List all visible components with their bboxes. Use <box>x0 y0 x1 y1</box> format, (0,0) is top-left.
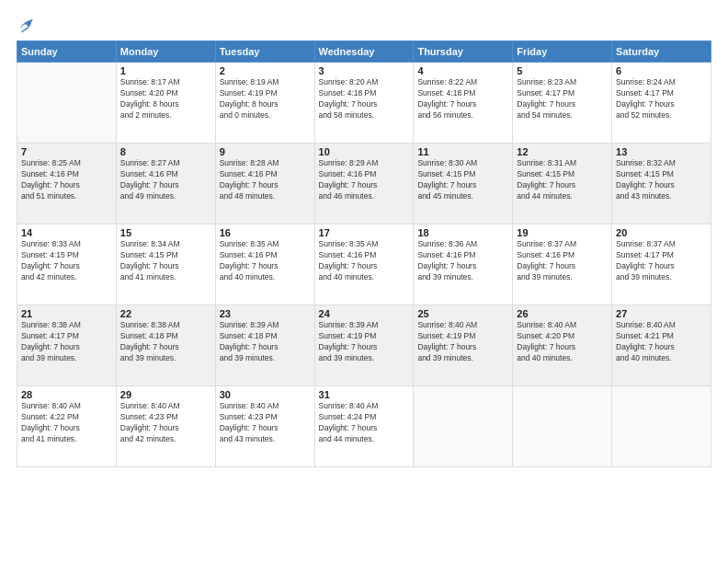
calendar-table: SundayMondayTuesdayWednesdayThursdayFrid… <box>17 40 711 467</box>
calendar-cell: 13Sunrise: 8:32 AM Sunset: 4:15 PM Dayli… <box>612 144 711 224</box>
day-info: Sunrise: 8:40 AM Sunset: 4:21 PM Dayligh… <box>616 320 707 364</box>
day-number: 16 <box>220 227 311 238</box>
calendar-cell: 11Sunrise: 8:30 AM Sunset: 4:15 PM Dayli… <box>414 144 513 224</box>
calendar-cell: 12Sunrise: 8:31 AM Sunset: 4:15 PM Dayli… <box>513 144 612 224</box>
day-info: Sunrise: 8:29 AM Sunset: 4:16 PM Dayligh… <box>319 158 410 202</box>
day-info: Sunrise: 8:40 AM Sunset: 4:23 PM Dayligh… <box>120 401 211 445</box>
weekday-header: Thursday <box>414 41 513 63</box>
day-number: 6 <box>616 65 707 76</box>
calendar-week-row: 1Sunrise: 8:17 AM Sunset: 4:20 PM Daylig… <box>17 63 711 144</box>
weekday-header: Wednesday <box>314 41 414 63</box>
calendar-cell <box>17 63 117 144</box>
calendar-cell: 16Sunrise: 8:35 AM Sunset: 4:16 PM Dayli… <box>215 224 314 305</box>
day-info: Sunrise: 8:17 AM Sunset: 4:20 PM Dayligh… <box>120 77 211 121</box>
day-info: Sunrise: 8:23 AM Sunset: 4:17 PM Dayligh… <box>517 77 608 121</box>
day-number: 22 <box>120 308 211 319</box>
calendar-cell: 23Sunrise: 8:39 AM Sunset: 4:18 PM Dayli… <box>215 305 314 386</box>
calendar-cell: 6Sunrise: 8:24 AM Sunset: 4:17 PM Daylig… <box>612 63 711 144</box>
calendar-cell: 19Sunrise: 8:37 AM Sunset: 4:16 PM Dayli… <box>513 224 612 305</box>
calendar-cell: 21Sunrise: 8:38 AM Sunset: 4:17 PM Dayli… <box>17 305 117 386</box>
header <box>17 17 711 33</box>
weekday-header: Friday <box>513 41 612 63</box>
day-number: 5 <box>517 65 608 76</box>
day-number: 4 <box>417 65 508 76</box>
calendar-cell <box>513 386 612 467</box>
day-info: Sunrise: 8:32 AM Sunset: 4:15 PM Dayligh… <box>616 158 707 202</box>
day-info: Sunrise: 8:19 AM Sunset: 4:19 PM Dayligh… <box>220 77 311 121</box>
day-number: 15 <box>120 227 211 238</box>
day-number: 3 <box>319 65 410 76</box>
day-info: Sunrise: 8:27 AM Sunset: 4:16 PM Dayligh… <box>120 158 211 202</box>
day-number: 14 <box>21 227 112 238</box>
page: SundayMondayTuesdayWednesdayThursdayFrid… <box>0 0 728 563</box>
calendar-cell: 25Sunrise: 8:40 AM Sunset: 4:19 PM Dayli… <box>414 305 513 386</box>
day-number: 7 <box>21 146 112 157</box>
calendar-cell: 31Sunrise: 8:40 AM Sunset: 4:24 PM Dayli… <box>314 386 414 467</box>
day-info: Sunrise: 8:38 AM Sunset: 4:17 PM Dayligh… <box>21 320 112 364</box>
day-number: 31 <box>319 389 410 400</box>
calendar-cell: 4Sunrise: 8:22 AM Sunset: 4:18 PM Daylig… <box>414 63 513 144</box>
calendar-week-row: 14Sunrise: 8:33 AM Sunset: 4:15 PM Dayli… <box>17 224 711 305</box>
day-number: 8 <box>120 146 211 157</box>
calendar-cell: 29Sunrise: 8:40 AM Sunset: 4:23 PM Dayli… <box>116 386 215 467</box>
day-number: 18 <box>417 227 508 238</box>
calendar-cell: 5Sunrise: 8:23 AM Sunset: 4:17 PM Daylig… <box>513 63 612 144</box>
day-number: 1 <box>120 65 211 76</box>
day-info: Sunrise: 8:31 AM Sunset: 4:15 PM Dayligh… <box>517 158 608 202</box>
day-number: 11 <box>417 146 508 157</box>
day-number: 23 <box>220 308 311 319</box>
day-info: Sunrise: 8:28 AM Sunset: 4:16 PM Dayligh… <box>220 158 311 202</box>
calendar-cell: 10Sunrise: 8:29 AM Sunset: 4:16 PM Dayli… <box>314 144 414 224</box>
weekday-header: Saturday <box>612 41 711 63</box>
day-info: Sunrise: 8:33 AM Sunset: 4:15 PM Dayligh… <box>21 239 112 283</box>
calendar-week-row: 21Sunrise: 8:38 AM Sunset: 4:17 PM Dayli… <box>17 305 711 386</box>
day-info: Sunrise: 8:40 AM Sunset: 4:19 PM Dayligh… <box>417 320 508 364</box>
calendar-week-row: 7Sunrise: 8:25 AM Sunset: 4:16 PM Daylig… <box>17 144 711 224</box>
day-info: Sunrise: 8:37 AM Sunset: 4:16 PM Dayligh… <box>517 239 608 283</box>
calendar-cell <box>414 386 513 467</box>
calendar-cell: 18Sunrise: 8:36 AM Sunset: 4:16 PM Dayli… <box>414 224 513 305</box>
day-number: 29 <box>120 389 211 400</box>
day-info: Sunrise: 8:37 AM Sunset: 4:17 PM Dayligh… <box>616 239 707 283</box>
day-number: 19 <box>517 227 608 238</box>
day-number: 30 <box>220 389 311 400</box>
weekday-header-row: SundayMondayTuesdayWednesdayThursdayFrid… <box>17 41 711 63</box>
day-number: 26 <box>517 308 608 319</box>
day-info: Sunrise: 8:22 AM Sunset: 4:18 PM Dayligh… <box>417 77 508 121</box>
calendar-cell: 1Sunrise: 8:17 AM Sunset: 4:20 PM Daylig… <box>116 63 215 144</box>
day-info: Sunrise: 8:20 AM Sunset: 4:18 PM Dayligh… <box>319 77 410 121</box>
day-info: Sunrise: 8:40 AM Sunset: 4:20 PM Dayligh… <box>517 320 608 364</box>
weekday-header: Tuesday <box>215 41 314 63</box>
day-info: Sunrise: 8:35 AM Sunset: 4:16 PM Dayligh… <box>319 239 410 283</box>
day-number: 24 <box>319 308 410 319</box>
day-info: Sunrise: 8:34 AM Sunset: 4:15 PM Dayligh… <box>120 239 211 283</box>
calendar-cell: 17Sunrise: 8:35 AM Sunset: 4:16 PM Dayli… <box>314 224 414 305</box>
calendar-cell: 28Sunrise: 8:40 AM Sunset: 4:22 PM Dayli… <box>17 386 117 467</box>
day-number: 2 <box>220 65 311 76</box>
day-number: 9 <box>220 146 311 157</box>
day-number: 10 <box>319 146 410 157</box>
calendar-cell: 7Sunrise: 8:25 AM Sunset: 4:16 PM Daylig… <box>17 144 117 224</box>
calendar-cell: 24Sunrise: 8:39 AM Sunset: 4:19 PM Dayli… <box>314 305 414 386</box>
day-number: 21 <box>21 308 112 319</box>
day-number: 17 <box>319 227 410 238</box>
weekday-header: Sunday <box>17 41 117 63</box>
day-number: 13 <box>616 146 707 157</box>
calendar-cell: 15Sunrise: 8:34 AM Sunset: 4:15 PM Dayli… <box>116 224 215 305</box>
day-info: Sunrise: 8:24 AM Sunset: 4:17 PM Dayligh… <box>616 77 707 121</box>
day-info: Sunrise: 8:30 AM Sunset: 4:15 PM Dayligh… <box>417 158 508 202</box>
calendar-cell: 14Sunrise: 8:33 AM Sunset: 4:15 PM Dayli… <box>17 224 117 305</box>
day-info: Sunrise: 8:40 AM Sunset: 4:23 PM Dayligh… <box>220 401 311 445</box>
logo-bird-icon <box>18 17 35 33</box>
calendar-cell: 26Sunrise: 8:40 AM Sunset: 4:20 PM Dayli… <box>513 305 612 386</box>
calendar-cell: 2Sunrise: 8:19 AM Sunset: 4:19 PM Daylig… <box>215 63 314 144</box>
calendar-cell: 3Sunrise: 8:20 AM Sunset: 4:18 PM Daylig… <box>314 63 414 144</box>
calendar-cell: 22Sunrise: 8:38 AM Sunset: 4:18 PM Dayli… <box>116 305 215 386</box>
calendar-cell: 8Sunrise: 8:27 AM Sunset: 4:16 PM Daylig… <box>116 144 215 224</box>
day-number: 28 <box>21 389 112 400</box>
day-info: Sunrise: 8:35 AM Sunset: 4:16 PM Dayligh… <box>220 239 311 283</box>
day-number: 25 <box>417 308 508 319</box>
day-info: Sunrise: 8:39 AM Sunset: 4:19 PM Dayligh… <box>319 320 410 364</box>
day-number: 20 <box>616 227 707 238</box>
calendar-cell: 30Sunrise: 8:40 AM Sunset: 4:23 PM Dayli… <box>215 386 314 467</box>
